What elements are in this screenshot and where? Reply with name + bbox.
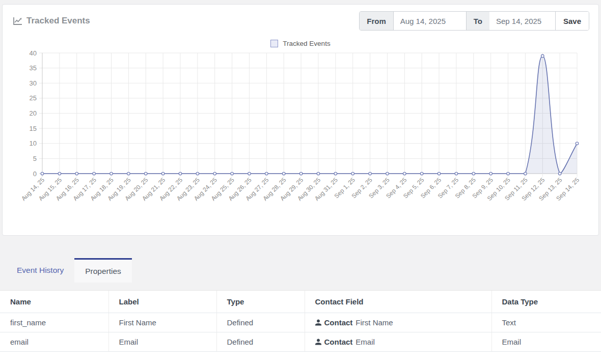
column-header-contact-field: Contact Field bbox=[305, 291, 491, 313]
cell-contact-field: Contact First Name bbox=[305, 313, 491, 332]
svg-text:30: 30 bbox=[30, 79, 37, 87]
svg-text:25: 25 bbox=[30, 94, 37, 102]
cell-type: Defined bbox=[216, 313, 305, 332]
tabs-bar: Event History Properties bbox=[0, 258, 601, 283]
cell-type: Defined bbox=[216, 332, 305, 352]
chart-line-icon bbox=[13, 17, 22, 25]
contact-field-value: Email bbox=[356, 338, 375, 346]
column-header-data-type: Data Type bbox=[491, 291, 601, 313]
title-wrap: Tracked Events bbox=[13, 16, 90, 26]
properties-panel: Name Label Type Contact Field Data Type … bbox=[0, 290, 601, 364]
svg-text:20: 20 bbox=[30, 109, 37, 117]
contact-field-prefix: Contact bbox=[324, 318, 353, 327]
cell-data-type: Text bbox=[491, 313, 601, 332]
svg-text:0: 0 bbox=[33, 170, 37, 178]
page-title: Tracked Events bbox=[26, 16, 90, 26]
svg-text:35: 35 bbox=[30, 64, 37, 72]
table-header-row: Name Label Type Contact Field Data Type bbox=[0, 291, 601, 313]
cell-label: Email bbox=[108, 332, 216, 352]
svg-text:40: 40 bbox=[30, 49, 37, 57]
cell-label: First Name bbox=[108, 313, 216, 332]
chart-legend[interactable]: Tracked Events bbox=[3, 39, 598, 48]
user-icon bbox=[315, 339, 321, 345]
tracked-events-card: Tracked Events From To Save Tracked Even… bbox=[2, 4, 599, 236]
legend-label: Tracked Events bbox=[283, 40, 330, 47]
cell-contact-field: Contact Email bbox=[305, 332, 491, 352]
date-from-input[interactable] bbox=[393, 12, 467, 30]
date-to-input[interactable] bbox=[489, 12, 556, 30]
date-range-group: From To Save bbox=[359, 11, 589, 31]
card-header: Tracked Events From To Save bbox=[3, 5, 598, 31]
cell-name: first_name bbox=[0, 313, 108, 332]
cell-name: email bbox=[0, 332, 108, 352]
to-label: To bbox=[467, 12, 489, 30]
table-row: email Email Defined Contact Email Email bbox=[0, 332, 601, 352]
table-row: first_name First Name Defined Contact Fi… bbox=[0, 313, 601, 332]
contact-field-prefix: Contact bbox=[324, 338, 353, 346]
cell-data-type: Email bbox=[491, 332, 601, 352]
from-label: From bbox=[360, 12, 393, 30]
contact-field-value: First Name bbox=[356, 318, 393, 327]
user-icon bbox=[315, 319, 321, 326]
svg-text:10: 10 bbox=[30, 139, 37, 147]
properties-table: Name Label Type Contact Field Data Type … bbox=[0, 291, 601, 352]
tab-properties[interactable]: Properties bbox=[74, 258, 132, 283]
save-button[interactable]: Save bbox=[556, 12, 589, 30]
tab-event-history[interactable]: Event History bbox=[6, 258, 74, 283]
column-header-label: Label bbox=[108, 291, 216, 313]
svg-text:5: 5 bbox=[33, 155, 37, 162]
column-header-name: Name bbox=[0, 291, 108, 313]
svg-text:15: 15 bbox=[30, 125, 37, 132]
legend-swatch-icon bbox=[270, 40, 278, 47]
tracked-events-chart[interactable]: 0510152025303540Aug 14, 25Aug 15, 25Aug … bbox=[3, 49, 598, 223]
column-header-type: Type bbox=[216, 291, 305, 313]
